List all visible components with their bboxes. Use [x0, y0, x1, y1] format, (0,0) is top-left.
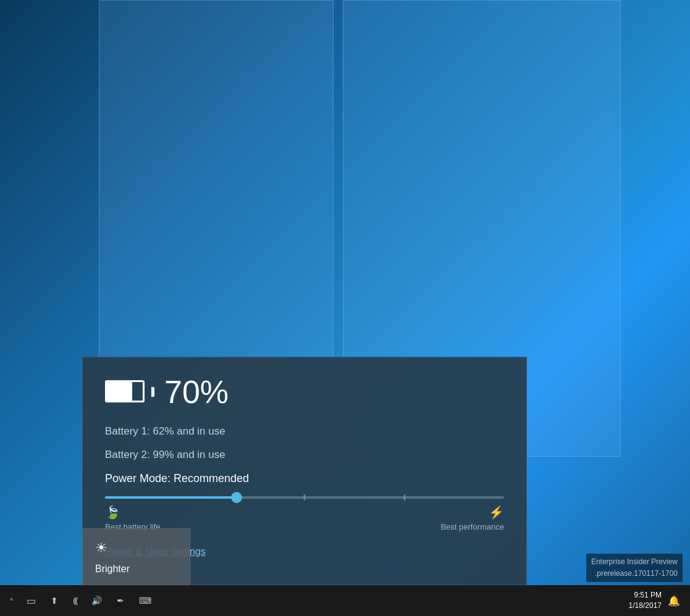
- slider-label-left: 🍃 Best battery life: [105, 505, 161, 531]
- battery-icon-body: [105, 380, 145, 402]
- slider-labels: 🍃 Best battery life ⚡ Best performance: [105, 505, 504, 531]
- win-version-line1: Enterprise Insider Preview: [591, 556, 678, 568]
- taskbar-battery-icon[interactable]: ▭: [20, 591, 42, 610]
- power-mode-label: Power Mode: Recommended: [105, 472, 504, 485]
- battery-life-icon: 🍃: [105, 505, 120, 520]
- battery-info: Battery 1: 62% and in use Battery 2: 99%…: [105, 425, 504, 461]
- brighter-sun-icon: ☀: [95, 540, 107, 556]
- taskbar-pen-icon[interactable]: ✒: [111, 592, 130, 609]
- taskbar-date: 1/18/2017: [629, 601, 662, 611]
- battery-icon-nub: [151, 387, 154, 397]
- taskbar-right: 9:51 PM 1/18/2017 🔔: [629, 590, 690, 611]
- taskbar-left: ^ ▭ ⬆ ((( 🔊 ✒ ⌨: [0, 591, 158, 610]
- performance-text: Best performance: [440, 522, 504, 531]
- power-slider-thumb[interactable]: [231, 492, 242, 503]
- taskbar-time: 9:51 PM: [629, 590, 662, 601]
- taskbar-notification-icon[interactable]: 🔔: [665, 593, 683, 609]
- battery1-line: Battery 1: 62% and in use: [105, 425, 504, 438]
- battery2-line: Battery 2: 99% and in use: [105, 449, 504, 461]
- slider-tick-right: [403, 494, 405, 501]
- slider-tick-center: [304, 494, 306, 501]
- taskbar-upload-icon[interactable]: ⬆: [44, 592, 64, 609]
- taskbar-chevron-icon[interactable]: ^: [5, 594, 18, 607]
- battery-icon-fill: [107, 382, 132, 401]
- taskbar-wifi-icon[interactable]: (((: [67, 593, 83, 609]
- taskbar-keyboard-icon[interactable]: ⌨: [133, 592, 158, 609]
- win-version-line2: .prerelease.170117-1700: [591, 568, 678, 580]
- taskbar: ^ ▭ ⬆ ((( 🔊 ✒ ⌨ 9:51 PM 1/18/2017 🔔: [0, 585, 690, 616]
- battery-header: 70%: [105, 376, 504, 408]
- power-slider-container[interactable]: [105, 496, 504, 499]
- battery-icon-wrapper: [105, 380, 149, 404]
- brighter-popup: ☀ Brighter: [82, 528, 190, 585]
- taskbar-volume-icon[interactable]: 🔊: [85, 592, 108, 609]
- windows-version: Enterprise Insider Preview .prerelease.1…: [586, 554, 683, 582]
- taskbar-clock[interactable]: 9:51 PM 1/18/2017: [629, 590, 662, 611]
- power-slider-fill: [105, 496, 237, 499]
- battery-icon: [105, 380, 149, 404]
- brighter-label: Brighter: [95, 564, 130, 575]
- power-slider-track[interactable]: [105, 496, 504, 499]
- battery-percentage: 70%: [164, 376, 229, 408]
- performance-icon: ⚡: [489, 505, 504, 520]
- slider-label-right: ⚡ Best performance: [440, 505, 504, 531]
